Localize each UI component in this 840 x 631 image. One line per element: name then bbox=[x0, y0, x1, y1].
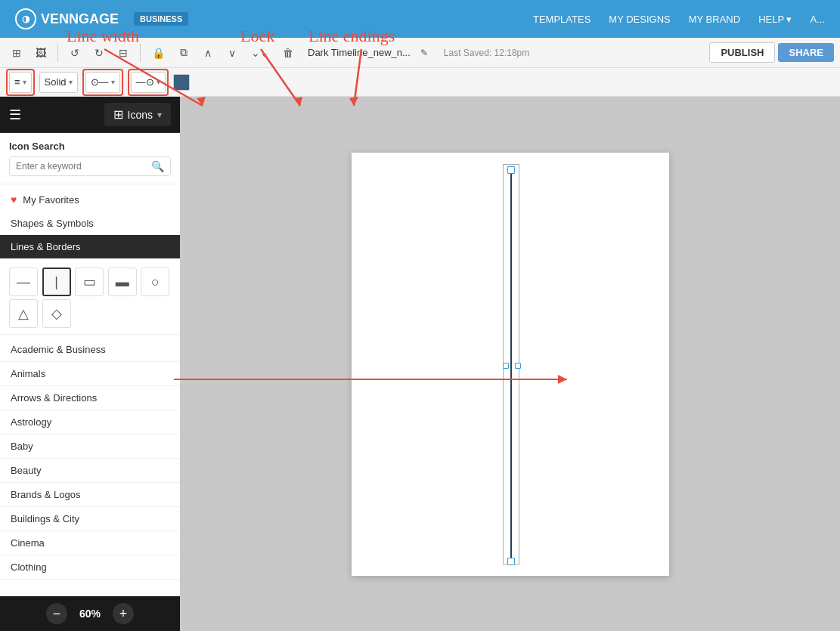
sidebar-nav-favorites[interactable]: ♥ My Favorites bbox=[0, 187, 180, 212]
sidebar-header-left: ☰ bbox=[9, 107, 21, 123]
search-icon[interactable]: 🔍 bbox=[151, 160, 164, 172]
zoom-value: 60% bbox=[79, 608, 101, 620]
line-style-dropdown[interactable]: Solid ▾ bbox=[39, 72, 78, 93]
category-animals[interactable]: Animals bbox=[0, 362, 180, 386]
nav-links: TEMPLATES MY DESIGNS MY BRAND HELP A... bbox=[533, 14, 825, 25]
color-picker[interactable] bbox=[173, 74, 190, 91]
nav-help[interactable]: HELP bbox=[758, 14, 792, 25]
toolbar-lock-btn[interactable]: 🔒 bbox=[147, 42, 170, 63]
toolbar-divider-2 bbox=[140, 44, 141, 62]
sidebar-tab[interactable]: ⊞ Icons ▾ bbox=[104, 103, 171, 126]
logo-icon: ◑ bbox=[15, 8, 36, 29]
toolbar-align-bottom-btn[interactable]: ∨ bbox=[222, 42, 243, 63]
heart-icon: ♥ bbox=[11, 193, 17, 206]
icon-search-label: Icon Search bbox=[9, 141, 171, 152]
canvas-vertical-line[interactable] bbox=[510, 168, 512, 561]
lock-group: ⊙— ▾ bbox=[82, 69, 123, 96]
toolbar-grid2-btn[interactable]: ⊟ bbox=[113, 42, 134, 63]
category-buildings[interactable]: Buildings & City bbox=[0, 507, 180, 531]
toolbar-divider-1 bbox=[57, 44, 58, 62]
category-list: Academic & Business Animals Arrows & Dir… bbox=[0, 335, 180, 583]
icon-rect-filled[interactable]: ▬ bbox=[108, 268, 137, 296]
sidebar-nav-shapes[interactable]: Shapes & Symbols bbox=[0, 212, 180, 235]
sidebar-nav-lines[interactable]: Lines & Borders bbox=[0, 235, 180, 258]
toolbar-delete-btn[interactable]: 🗑 bbox=[277, 42, 299, 63]
canvas-page bbox=[352, 153, 669, 576]
main-toolbar: ⊞ 🖼 ↺ ↻ ⊟ 🔒 ⧉ ∧ ∨ ⌄⌄ 🗑 Dark Timeline_new… bbox=[0, 38, 840, 68]
line-endings-group: —⊙ ▾ bbox=[128, 69, 169, 96]
toolbar-filename: Dark Timeline_new_n... bbox=[308, 47, 411, 58]
category-arrows[interactable]: Arrows & Directions bbox=[0, 386, 180, 410]
grid-icon: ⊞ bbox=[113, 107, 123, 122]
toolbar-saved: Last Saved: 12:18pm bbox=[444, 48, 529, 58]
icon-search-section: Icon Search 🔍 bbox=[0, 133, 180, 184]
category-baby[interactable]: Baby bbox=[0, 435, 180, 459]
toolbar-edit-btn[interactable]: ✎ bbox=[414, 42, 435, 63]
hamburger-menu[interactable]: ☰ bbox=[9, 107, 21, 123]
category-astrology[interactable]: Astrology bbox=[0, 410, 180, 435]
sidebar-nav: ♥ My Favorites Shapes & Symbols Lines & … bbox=[0, 184, 180, 261]
toolbar-undo-btn[interactable]: ↺ bbox=[64, 42, 85, 63]
category-beauty[interactable]: Beauty bbox=[0, 459, 180, 483]
sub-toolbar: ≡ ▾ Solid ▾ ⊙— ▾ —⊙ ▾ bbox=[0, 68, 840, 97]
zoom-in-button[interactable]: + bbox=[113, 603, 134, 624]
canvas-area bbox=[180, 97, 840, 631]
toolbar-copy-btn[interactable]: ⧉ bbox=[173, 42, 194, 63]
icon-grid: — | ▭ ▬ ○ △ ◇ bbox=[9, 268, 171, 328]
line-end-right-icon: —⊙ bbox=[136, 76, 154, 88]
nav-my-designs[interactable]: MY DESIGNS bbox=[609, 14, 670, 25]
line-width-dropdown[interactable]: ≡ ▾ bbox=[9, 72, 32, 93]
sidebar-header: ☰ ⊞ Icons ▾ bbox=[0, 97, 180, 133]
icon-rect-outline[interactable]: ▭ bbox=[75, 268, 104, 296]
shapes-label: Shapes & Symbols bbox=[11, 218, 94, 229]
share-button[interactable]: SHARE bbox=[778, 43, 834, 62]
category-cinema[interactable]: Cinema bbox=[0, 531, 180, 555]
icon-line[interactable]: — bbox=[9, 268, 38, 296]
line-width-icon: ≡ bbox=[14, 76, 20, 88]
lines-label: Lines & Borders bbox=[11, 241, 81, 252]
line-style-arrow: ▾ bbox=[69, 78, 73, 86]
icon-circle[interactable]: ○ bbox=[141, 268, 169, 296]
sidebar-panel-label: Icons bbox=[128, 109, 153, 121]
line-end-right-dropdown[interactable]: —⊙ ▾ bbox=[131, 72, 166, 93]
toolbar-grid-btn[interactable]: ⊞ bbox=[6, 42, 27, 63]
top-nav: ◑ VENNGAGE BUSINESS TEMPLATES MY DESIGNS… bbox=[0, 0, 840, 38]
sidebar-content: Icon Search 🔍 ♥ My Favorites Shapes & Sy… bbox=[0, 133, 180, 596]
handle-bottom[interactable] bbox=[507, 558, 515, 565]
zoom-out-button[interactable]: − bbox=[46, 603, 67, 624]
sidebar-chevron: ▾ bbox=[157, 110, 162, 120]
category-brands[interactable]: Brands & Logos bbox=[0, 483, 180, 507]
search-input[interactable] bbox=[16, 161, 147, 172]
nav-account[interactable]: A... bbox=[810, 14, 825, 25]
search-box: 🔍 bbox=[9, 156, 171, 176]
logo: ◑ VENNGAGE bbox=[15, 8, 119, 29]
toolbar-align-top-btn[interactable]: ∧ bbox=[197, 42, 219, 63]
favorites-label: My Favorites bbox=[23, 194, 79, 206]
publish-button[interactable]: PUBLISH bbox=[709, 42, 775, 63]
line-style-label: Solid bbox=[45, 76, 67, 88]
toolbar-redo-btn[interactable]: ↻ bbox=[88, 42, 110, 63]
icon-vertical-line[interactable]: | bbox=[42, 268, 71, 296]
sidebar: ☰ ⊞ Icons ▾ Icon Search 🔍 ♥ My bbox=[0, 97, 180, 631]
lock-icon: ⊙— bbox=[91, 76, 109, 88]
line-width-arrow: ▾ bbox=[23, 78, 26, 86]
line-end-arrow: ▾ bbox=[157, 78, 160, 86]
logo-text: VENNGAGE bbox=[41, 11, 119, 27]
nav-my-brand[interactable]: MY BRAND bbox=[689, 14, 740, 25]
category-academic[interactable]: Academic & Business bbox=[0, 338, 180, 362]
handle-middle-left[interactable] bbox=[503, 363, 509, 369]
line-width-group: ≡ ▾ bbox=[6, 69, 35, 96]
nav-templates[interactable]: TEMPLATES bbox=[533, 14, 590, 25]
icon-grid-section: — | ▭ ▬ ○ △ ◇ bbox=[0, 261, 180, 335]
main-layout: ☰ ⊞ Icons ▾ Icon Search 🔍 ♥ My bbox=[0, 97, 840, 631]
icon-triangle[interactable]: △ bbox=[9, 299, 38, 328]
toolbar-image-btn[interactable]: 🖼 bbox=[30, 42, 51, 63]
handle-top[interactable] bbox=[507, 166, 515, 174]
toolbar-more-btn[interactable]: ⌄⌄ bbox=[246, 42, 274, 63]
lock-arrow: ▾ bbox=[111, 78, 115, 86]
handle-middle-right[interactable] bbox=[515, 363, 521, 369]
lock-dropdown[interactable]: ⊙— ▾ bbox=[85, 72, 120, 93]
zoom-bar: − 60% + bbox=[0, 596, 180, 631]
category-clothing[interactable]: Clothing bbox=[0, 555, 180, 580]
icon-diamond[interactable]: ◇ bbox=[42, 299, 71, 328]
